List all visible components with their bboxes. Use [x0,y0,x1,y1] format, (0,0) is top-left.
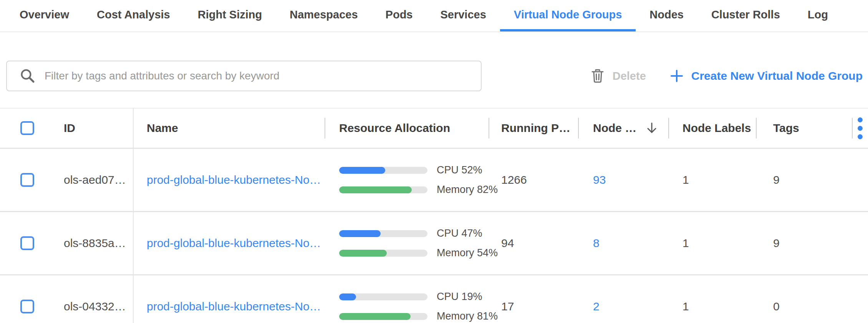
node-labels-value: 1 [682,173,689,186]
nodes-count-link[interactable]: 2 [593,300,600,313]
row-checkbox-cell [0,275,50,323]
tab-cost-analysis[interactable]: Cost Analysis [83,0,184,31]
row-id: ols-aed07… [64,173,126,186]
tab-nodes[interactable]: Nodes [636,0,697,31]
column-header-nodes[interactable]: Node … [578,109,668,148]
tab-log[interactable]: Log [794,0,842,31]
column-header-tags[interactable]: Tags [756,109,852,148]
tab-cluster-rolls[interactable]: Cluster Rolls [697,0,794,31]
tab-overview[interactable]: Overview [6,0,83,31]
create-virtual-node-group-button[interactable]: Create New Virtual Node Group [670,69,863,83]
nodes-count-link[interactable]: 8 [593,237,600,250]
row-id: ols-04332… [64,300,126,313]
resource-allocation: CPU 19% Memory 81% [339,291,498,322]
row-checkbox[interactable] [20,173,34,187]
column-header-resource-allocation-label: Resource Allocation [339,122,450,135]
row-name-link[interactable]: prod-global-blue-kubernetes-No… [147,237,321,250]
cpu-label: CPU 47% [437,227,482,239]
column-options-menu-icon[interactable] [856,116,864,141]
column-header-name-label: Name [147,122,178,135]
tab-services[interactable]: Services [426,0,500,31]
memory-bar [339,250,427,257]
nodes-count-link[interactable]: 93 [593,173,606,186]
row-checkbox[interactable] [20,300,34,313]
running-pods-value: 17 [501,300,514,313]
cpu-bar [339,230,427,237]
row-checkbox[interactable] [20,236,34,250]
row-name-link[interactable]: prod-global-blue-kubernetes-No… [147,173,321,186]
column-header-id-label: ID [64,122,75,135]
row-name-link[interactable]: prod-global-blue-kubernetes-No… [147,300,321,313]
row-checkbox-cell [0,212,50,274]
toolbar-actions: Delete Create New Virtual Node Group [591,61,863,91]
tags-value: 9 [773,237,780,250]
column-header-node-labels[interactable]: Node Labels [668,109,756,148]
column-options-cell [852,109,868,148]
node-labels-value: 1 [682,237,689,250]
tab-right-sizing[interactable]: Right Sizing [184,0,276,31]
table-row: ols-aed07… prod-global-blue-kubernetes-N… [0,149,868,212]
table-row: ols-8835a… prod-global-blue-kubernetes-N… [0,212,868,275]
select-all-checkbox[interactable] [20,121,34,135]
cpu-label: CPU 52% [437,164,482,176]
id-name-column-divider [133,109,134,323]
column-header-running-pods-label: Running P… [501,122,570,135]
row-id: ols-8835a… [64,237,126,250]
filter-search-box[interactable] [6,61,482,91]
running-pods-value: 1266 [501,173,527,186]
delete-button[interactable]: Delete [591,69,646,83]
column-header-resource-allocation[interactable]: Resource Allocation [325,109,489,148]
table-header-row: ID Name Resource Allocation Running P… N… [0,109,868,149]
create-button-label: Create New Virtual Node Group [691,69,863,82]
resource-allocation: CPU 47% Memory 54% [339,227,498,259]
memory-bar [339,186,427,193]
trash-icon [591,69,604,83]
table-row: ols-04332… prod-global-blue-kubernetes-N… [0,275,868,323]
tab-namespaces[interactable]: Namespaces [276,0,371,31]
row-checkbox-cell [0,149,50,211]
virtual-node-groups-table: ID Name Resource Allocation Running P… N… [0,108,868,323]
tags-value: 0 [773,300,780,313]
node-labels-value: 1 [682,300,689,313]
column-header-running-pods[interactable]: Running P… [489,109,578,148]
header-checkbox-cell [0,109,50,148]
tags-value: 9 [773,173,780,186]
running-pods-value: 94 [501,237,514,250]
tab-pods[interactable]: Pods [372,0,427,31]
resource-allocation: CPU 52% Memory 82% [339,164,498,196]
cpu-bar [339,167,427,174]
cpu-label: CPU 19% [437,291,482,303]
column-header-nodes-label: Node … [593,122,636,135]
sort-descending-icon[interactable] [646,122,657,134]
delete-button-label: Delete [613,70,646,82]
plus-icon [670,69,684,83]
tab-virtual-node-groups[interactable]: Virtual Node Groups [500,0,636,31]
search-icon [20,68,35,84]
memory-bar [339,313,427,320]
column-header-tags-label: Tags [773,122,799,135]
tab-bar: Overview Cost Analysis Right Sizing Name… [0,0,868,32]
column-header-id[interactable]: ID [50,109,133,148]
column-header-node-labels-label: Node Labels [682,122,751,135]
search-input[interactable] [45,70,472,82]
column-header-name[interactable]: Name [133,109,325,148]
cpu-bar [339,293,427,300]
